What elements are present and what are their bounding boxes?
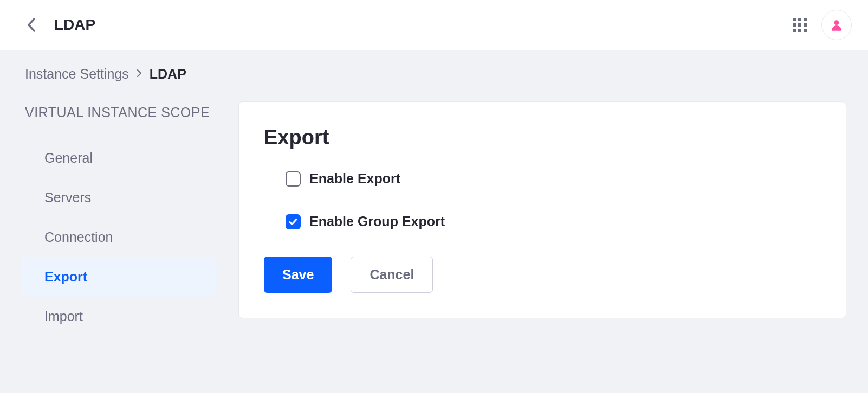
content-area: Instance Settings LDAP VIRTUAL INSTANCE … bbox=[0, 50, 868, 393]
enable-export-label[interactable]: Enable Export bbox=[309, 171, 400, 187]
apps-menu-button[interactable] bbox=[789, 14, 811, 36]
user-avatar[interactable] bbox=[821, 10, 852, 40]
svg-rect-3 bbox=[793, 23, 796, 27]
sidebar-items: General Servers Connection Export Import bbox=[22, 138, 217, 336]
panel-title: Export bbox=[264, 126, 821, 149]
breadcrumb: Instance Settings LDAP bbox=[25, 66, 846, 82]
sidebar-item-import[interactable]: Import bbox=[22, 297, 217, 336]
save-button[interactable]: Save bbox=[264, 257, 332, 293]
svg-rect-1 bbox=[798, 18, 801, 21]
chevron-left-icon bbox=[27, 17, 36, 33]
top-bar-right bbox=[789, 10, 852, 40]
svg-rect-2 bbox=[804, 18, 807, 21]
cancel-button[interactable]: Cancel bbox=[351, 257, 433, 293]
chevron-right-icon bbox=[137, 68, 142, 80]
top-bar-left: LDAP bbox=[22, 15, 95, 35]
checkbox-row-enable-group-export: Enable Group Export bbox=[264, 214, 821, 229]
user-icon bbox=[830, 18, 844, 32]
sidebar-item-general[interactable]: General bbox=[22, 138, 217, 178]
grid-icon bbox=[792, 17, 808, 33]
svg-rect-5 bbox=[804, 23, 807, 27]
main-row: VIRTUAL INSTANCE SCOPE General Servers C… bbox=[22, 101, 846, 336]
svg-rect-7 bbox=[798, 29, 801, 32]
sidebar-item-servers[interactable]: Servers bbox=[22, 178, 217, 217]
svg-rect-0 bbox=[793, 18, 796, 21]
check-icon bbox=[288, 217, 298, 227]
settings-panel: Export Enable Export Enable Group Export bbox=[238, 101, 846, 318]
svg-rect-6 bbox=[793, 29, 796, 32]
sidebar-heading: VIRTUAL INSTANCE SCOPE bbox=[25, 101, 217, 123]
checkbox-row-enable-export: Enable Export bbox=[264, 171, 821, 187]
sidebar-item-export[interactable]: Export bbox=[22, 257, 217, 297]
svg-rect-8 bbox=[804, 29, 807, 32]
enable-export-checkbox[interactable] bbox=[286, 171, 301, 187]
breadcrumb-current: LDAP bbox=[150, 66, 186, 82]
button-row: Save Cancel bbox=[264, 257, 821, 293]
sidebar-item-connection[interactable]: Connection bbox=[22, 217, 217, 257]
enable-group-export-label[interactable]: Enable Group Export bbox=[309, 214, 445, 229]
breadcrumb-parent[interactable]: Instance Settings bbox=[25, 66, 129, 82]
back-button[interactable] bbox=[22, 15, 41, 35]
sidebar: VIRTUAL INSTANCE SCOPE General Servers C… bbox=[22, 101, 217, 336]
svg-rect-4 bbox=[798, 23, 801, 27]
svg-point-9 bbox=[834, 20, 839, 25]
top-bar: LDAP bbox=[0, 0, 868, 50]
enable-group-export-checkbox[interactable] bbox=[286, 214, 301, 229]
page-title: LDAP bbox=[54, 16, 95, 34]
